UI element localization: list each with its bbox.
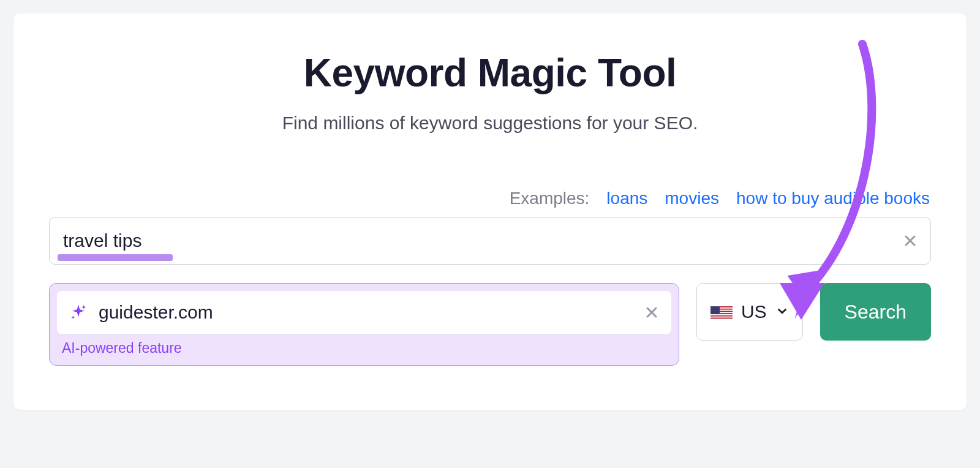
svg-rect-10 [710,319,733,319]
domain-panel: AI-powered feature [49,283,679,366]
examples-row: Examples: loans movies how to buy audibl… [49,189,931,208]
example-link-audible[interactable]: how to buy audible books [736,189,930,208]
clear-domain-icon[interactable] [644,305,659,320]
domain-input[interactable] [99,302,644,323]
svg-rect-8 [710,314,733,315]
country-code: US [741,301,767,322]
domain-input-container [57,291,671,334]
chevron-down-icon [775,301,789,322]
keyword-input-container [49,217,931,265]
keyword-magic-card: Keyword Magic Tool Find millions of keyw… [13,13,967,410]
svg-rect-9 [710,317,733,318]
clear-icon[interactable] [903,233,918,248]
example-link-loans[interactable]: loans [606,189,647,208]
country-select[interactable]: US [696,283,803,341]
example-link-movies[interactable]: movies [665,189,719,208]
svg-rect-11 [710,306,720,314]
second-row: AI-powered feature US [49,283,931,366]
page-title: Keyword Magic Tool [49,50,931,96]
ai-feature-caption: AI-powered feature [62,340,671,357]
keyword-input[interactable] [49,217,931,265]
us-flag-icon [710,304,733,319]
search-button[interactable]: Search [820,283,931,341]
examples-label: Examples: [510,189,590,208]
page-subtitle: Find millions of keyword suggestions for… [49,113,931,134]
sparkle-icon [69,303,88,322]
